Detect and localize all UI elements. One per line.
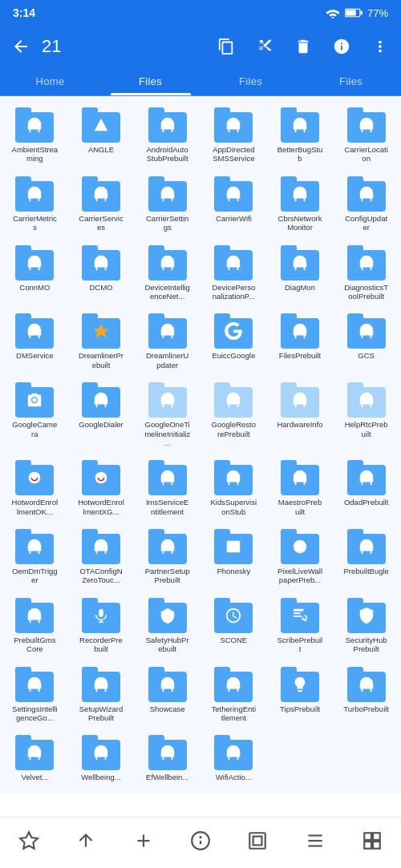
file-item[interactable]: HotwordEnrollmentOK...	[3, 455, 67, 521]
file-item[interactable]: TetheringEntitlement	[202, 662, 265, 728]
info-bottom-button[interactable]	[184, 825, 217, 857]
file-item[interactable]: GoogleRestorePrebuilt	[202, 377, 265, 452]
file-name: DiagMon	[285, 283, 315, 292]
file-item[interactable]: ImsServiceEntitlement	[136, 455, 199, 521]
file-name: CarrierLocation	[343, 145, 390, 164]
folder-icon	[147, 313, 188, 349]
svg-point-48	[33, 398, 38, 402]
favorite-button[interactable]	[13, 825, 45, 857]
file-item[interactable]: SCONE	[202, 593, 265, 659]
file-name: PartnerSetupPrebuilt	[144, 567, 191, 585]
file-item[interactable]: SetupWizardPrebuilt	[70, 662, 133, 728]
file-item[interactable]: Showcase	[136, 662, 199, 728]
file-item[interactable]: HelpRtcPrebuilt	[334, 377, 398, 452]
file-item[interactable]: MaestroPrebuilt	[269, 455, 332, 521]
tab-files-3[interactable]: Files	[301, 67, 401, 95]
add-button[interactable]	[128, 825, 160, 857]
folder-overlay-icon	[23, 535, 46, 558]
copy-button[interactable]	[215, 35, 237, 58]
svg-rect-114	[364, 833, 371, 840]
back-button[interactable]	[10, 35, 32, 58]
status-bar: 3:14 77%	[0, 0, 401, 26]
folder-icon	[14, 598, 55, 633]
tab-bar: Home Files Files Files	[0, 67, 401, 96]
file-item[interactable]: SecurityHubPrebuilt	[334, 593, 398, 659]
file-item[interactable]: WifiActio...	[202, 730, 265, 786]
folder-icon	[147, 382, 188, 418]
file-item[interactable]: AndroidAutoStubPrebuilt	[136, 103, 199, 168]
file-item[interactable]: CarrierLocation	[334, 103, 398, 168]
info-button[interactable]	[330, 35, 353, 58]
filter-button[interactable]	[299, 825, 331, 857]
folder-icon	[346, 598, 387, 633]
folder-overlay-icon	[355, 389, 378, 411]
file-item[interactable]: PixelLiveWallpaperPreb...	[269, 524, 332, 590]
file-item[interactable]: HardwareInfo	[269, 377, 332, 452]
tab-files-2[interactable]: Files	[200, 67, 301, 95]
file-item[interactable]: ConfigUpdater	[334, 172, 398, 237]
file-item[interactable]: DreamlinerUpdater	[136, 309, 199, 374]
file-item[interactable]: OTAConfigNZeroTouc...	[70, 524, 133, 590]
file-item[interactable]: AppDirectedSMSService	[202, 103, 265, 168]
file-name: CarrierMetrics	[11, 214, 58, 232]
file-item[interactable]: CbrsNetworkMonitor	[269, 172, 332, 237]
file-item[interactable]: PartnerSetupPrebuilt	[136, 524, 199, 590]
file-item[interactable]: CarrierWifi	[202, 172, 265, 237]
file-item[interactable]: FilesPrebuilt	[269, 309, 332, 374]
delete-button[interactable]	[292, 35, 314, 58]
file-item[interactable]: CarrierServices	[70, 172, 133, 237]
file-item[interactable]: SafetyHubPrebuilt	[136, 593, 199, 659]
file-item[interactable]: AmbientStreaming	[3, 103, 67, 168]
folder-overlay-icon	[23, 466, 46, 489]
file-item[interactable]: PrebuiltGmsCore	[3, 593, 67, 659]
file-item[interactable]: HotwordEnrollmentXG...	[70, 455, 133, 521]
file-name: GoogleDialer	[79, 420, 123, 429]
folder-overlay-icon	[23, 389, 46, 411]
folder-icon	[279, 598, 321, 633]
file-name: RecorderPrebuilt	[78, 636, 124, 654]
file-item[interactable]: ScribePrebuilt	[269, 593, 332, 659]
file-item[interactable]: SettingsIntelligenceGo...	[3, 662, 67, 728]
more-button[interactable]	[369, 35, 391, 58]
select-button[interactable]	[241, 825, 273, 857]
file-item[interactable]: GCS	[334, 309, 398, 374]
file-item[interactable]: GoogleDialer	[70, 377, 133, 452]
upload-button[interactable]	[70, 825, 102, 857]
file-item[interactable]: DeviceIntelligenceNet...	[136, 240, 199, 306]
file-item[interactable]: BetterBugStub	[269, 103, 332, 168]
file-item[interactable]: GoogleOneTimelineInitializ...	[136, 377, 199, 452]
file-item[interactable]: DMService	[3, 309, 67, 374]
file-item[interactable]: OemDmTrigger	[3, 524, 67, 590]
tab-files-1[interactable]: Files	[100, 67, 200, 95]
file-item[interactable]: PrebuiltBugle	[334, 524, 398, 590]
file-item[interactable]: DiagnosticsToolPrebuilt	[334, 240, 398, 306]
file-item[interactable]: TipsPrebuilt	[269, 662, 332, 728]
file-name: TipsPrebuilt	[280, 704, 320, 713]
file-item[interactable]: OdadPrebuilt	[334, 455, 398, 521]
file-item[interactable]: ANGLE	[70, 103, 133, 168]
grid-button[interactable]	[356, 825, 388, 857]
file-item[interactable]: DevicePersonalizationP...	[202, 240, 265, 306]
file-item[interactable]: GoogleCamera	[3, 377, 67, 452]
file-item[interactable]: Phonesky	[202, 524, 265, 590]
cut-button[interactable]	[253, 35, 276, 58]
folder-overlay-icon	[156, 320, 179, 342]
tab-home[interactable]: Home	[0, 67, 100, 95]
folder-overlay-icon	[222, 673, 245, 696]
file-item[interactable]: CarrierMetrics	[3, 172, 67, 237]
file-item[interactable]: EfWellbein...	[136, 730, 199, 786]
file-item[interactable]: Velvet...	[3, 730, 67, 786]
svg-rect-2	[346, 10, 356, 15]
folder-overlay-icon	[90, 604, 112, 627]
file-item[interactable]: ConnMO	[3, 240, 67, 306]
file-item[interactable]: EuiccGoogle	[202, 309, 265, 374]
file-item[interactable]: DiagMon	[269, 240, 332, 306]
file-item[interactable]: CarrierSettings	[136, 172, 199, 237]
file-item[interactable]: Wellbeing...	[70, 730, 133, 786]
file-item[interactable]: KidsSupervisionStub	[202, 455, 265, 521]
file-item[interactable]: TurboPrebuilt	[334, 662, 398, 728]
file-item[interactable]: DCMO	[70, 240, 133, 306]
file-item[interactable]: RecorderPrebuilt	[70, 593, 133, 659]
folder-overlay-icon	[23, 183, 46, 205]
file-item[interactable]: DreamlinerPrebuilt	[70, 309, 133, 374]
